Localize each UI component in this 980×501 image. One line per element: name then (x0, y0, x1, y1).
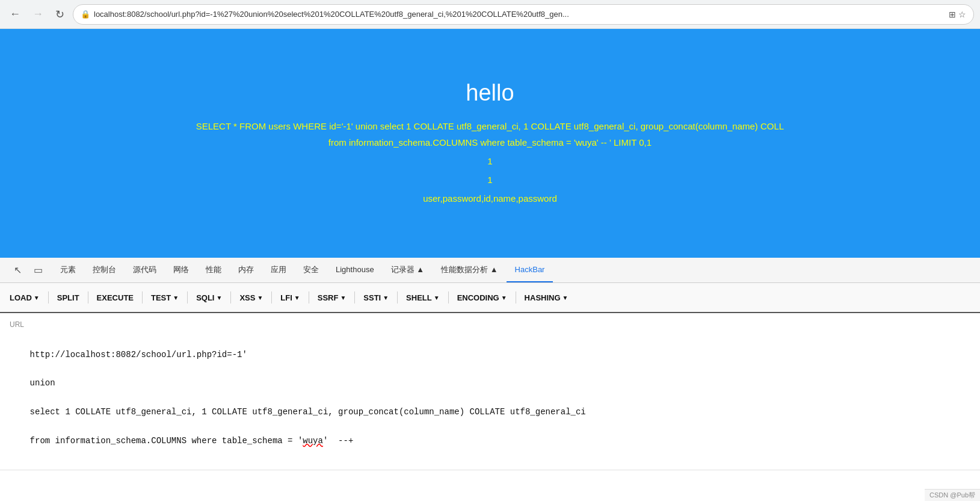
divider1 (48, 291, 49, 303)
url-label: URL (10, 320, 970, 329)
page-result1: 1 (487, 153, 492, 169)
url-line4-before: from information_schema.COLUMNS where ta… (30, 436, 303, 446)
page-content: hello SELECT * FROM users WHERE id='-1' … (0, 29, 980, 258)
cursor-icon[interactable]: ↖ (8, 261, 26, 279)
url-line3: select 1 COLLATE utf8_general_ci, 1 COLL… (30, 407, 586, 417)
tab-recorder[interactable]: 记录器 ▲ (383, 258, 433, 282)
lock-icon: 🔒 (81, 10, 90, 19)
rect-icon[interactable]: ▭ (29, 261, 47, 279)
lfi-dropdown-arrow: ▼ (294, 294, 300, 301)
tab-hackbar[interactable]: HackBar (507, 258, 553, 282)
split-button[interactable]: SPLIT (54, 291, 83, 305)
url-wuya: wuya (303, 436, 323, 446)
tab-application[interactable]: 应用 (262, 258, 295, 282)
tab-console[interactable]: 控制台 (84, 258, 125, 282)
url-line4-after: ' --+ (323, 436, 353, 446)
back-button[interactable]: ← (6, 5, 24, 23)
divider8 (354, 291, 355, 303)
tab-performance-insights[interactable]: 性能数据分析 ▲ (433, 258, 506, 282)
ssrf-dropdown-arrow: ▼ (340, 294, 346, 301)
tab-security[interactable]: 安全 (295, 258, 327, 282)
devtools-tabs: ↖ ▭ 元素 控制台 源代码 网络 性能 内存 应用 安全 Lighthouse… (0, 258, 980, 283)
page-sql-query: SELECT * FROM users WHERE id='-1' union … (196, 118, 784, 151)
browser-chrome: ← → ↻ 🔒 ⊞ ☆ (0, 0, 980, 29)
sql-line2: from information_schema.COLUMNS where ta… (328, 137, 652, 148)
test-dropdown-arrow: ▼ (173, 294, 179, 301)
execute-button[interactable]: EXECUTE (93, 291, 137, 305)
hashing-button[interactable]: HASHING ▼ (521, 291, 572, 305)
xss-button[interactable]: XSS ▼ (236, 291, 267, 305)
url-line2: union (30, 378, 55, 388)
sqli-button[interactable]: SQLI ▼ (193, 291, 226, 305)
tab-elements[interactable]: 元素 (52, 258, 84, 282)
url-panel: URL http://localhost:8082/school/url.php… (0, 313, 980, 470)
tab-lighthouse[interactable]: Lighthouse (327, 258, 383, 282)
page-hello: hello (466, 80, 514, 106)
divider2 (88, 291, 88, 303)
page-result2: 1 (487, 172, 492, 188)
xss-dropdown-arrow: ▼ (257, 294, 263, 301)
divider9 (397, 291, 398, 303)
tab-sources[interactable]: 源代码 (125, 258, 165, 282)
divider7 (309, 291, 309, 303)
url-input[interactable] (94, 10, 945, 19)
divider5 (230, 291, 231, 303)
forward-button[interactable]: → (29, 5, 47, 23)
encoding-dropdown-arrow: ▼ (501, 294, 507, 301)
encoding-button[interactable]: ENCODING ▼ (454, 291, 511, 305)
ssti-dropdown-arrow: ▼ (383, 294, 389, 301)
divider10 (448, 291, 449, 303)
refresh-button[interactable]: ↻ (52, 5, 68, 23)
sqli-dropdown-arrow: ▼ (216, 294, 222, 301)
divider11 (516, 291, 516, 303)
divider3 (142, 291, 143, 303)
address-bar[interactable]: 🔒 ⊞ ☆ (73, 4, 974, 25)
page-result3: user,password,id,name,password (423, 190, 557, 207)
devtools-icon-group: ↖ ▭ (4, 261, 52, 279)
ssti-button[interactable]: SSTI ▼ (360, 291, 392, 305)
tab-network[interactable]: 网络 (165, 258, 197, 282)
address-bar-right: ⊞ ☆ (949, 10, 966, 19)
tab-memory[interactable]: 内存 (230, 258, 262, 282)
load-dropdown-arrow: ▼ (34, 294, 40, 301)
ext-icon2: ☆ (958, 10, 966, 19)
divider6 (271, 291, 272, 303)
hackbar-toolbar: LOAD ▼ SPLIT EXECUTE TEST ▼ SQLI ▼ XSS ▼… (0, 283, 980, 313)
divider4 (187, 291, 188, 303)
tab-performance[interactable]: 性能 (197, 258, 230, 282)
url-line1: http://localhost:8082/school/url.php?id=… (30, 350, 247, 359)
hashing-dropdown-arrow: ▼ (562, 294, 569, 301)
ext-icon1: ⊞ (949, 10, 956, 19)
shell-button[interactable]: SHELL ▼ (402, 291, 443, 305)
shell-dropdown-arrow: ▼ (434, 294, 440, 301)
ssrf-button[interactable]: SSRF ▼ (314, 291, 350, 305)
lfi-button[interactable]: LFI ▼ (277, 291, 303, 305)
load-button[interactable]: LOAD ▼ (6, 291, 43, 305)
url-content[interactable]: http://localhost:8082/school/url.php?id=… (10, 334, 970, 462)
sql-line1: SELECT * FROM users WHERE id='-1' union … (196, 121, 784, 131)
test-button[interactable]: TEST ▼ (147, 291, 182, 305)
